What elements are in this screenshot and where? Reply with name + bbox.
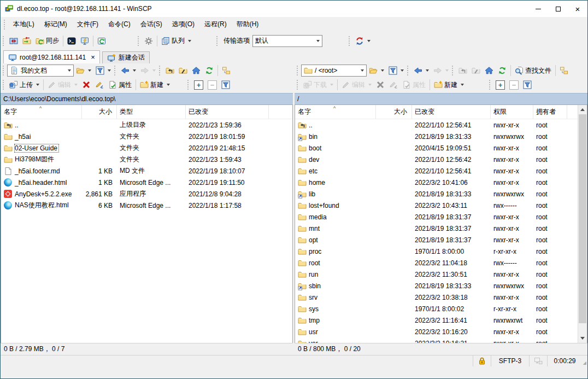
preferences-button[interactable] (142, 34, 155, 48)
local-new-button[interactable]: 新建 (138, 78, 172, 92)
file-row[interactable]: var2022/3/2 10:16:21rwxr-xr-xroot (295, 337, 578, 343)
column-header-3[interactable]: 类型 (117, 105, 186, 119)
transfer-settings-button[interactable] (353, 34, 373, 48)
column-header-3[interactable]: 已改变 (412, 105, 491, 119)
file-row[interactable]: etc2022/1/10 12:56:41rwxr-xr-xroot (295, 165, 578, 177)
file-row[interactable]: opt2021/8/19 18:31:37rwxr-xr-xroot (295, 234, 578, 246)
upload-button[interactable]: 上传 (7, 78, 42, 92)
local-edit-button[interactable]: 编辑 (45, 78, 80, 92)
file-row[interactable]: _h5ai.footer.md1 KBMD 文件2022/1/19 18:10:… (1, 165, 292, 177)
file-row[interactable]: home2022/3/2 10:41:06rwxr-xr-xroot (295, 177, 578, 188)
file-row[interactable]: bin2021/8/19 18:31:33rwxrwxrwxroot (295, 131, 578, 142)
local-location-combobox[interactable]: 我的文档 (7, 65, 74, 77)
open-console-button[interactable] (78, 34, 91, 48)
remote-open-directory-button[interactable] (367, 63, 386, 78)
local-unselect-button[interactable]: − (205, 78, 219, 92)
remote-properties-button[interactable]: 属性 (400, 78, 428, 92)
file-row[interactable]: sbin2021/8/19 18:31:33rwxrwxrwxroot (295, 280, 578, 291)
refresh-session-button[interactable] (95, 34, 108, 48)
local-root-directory-button[interactable] (177, 63, 190, 78)
remote-edit-button[interactable]: 编辑 (339, 78, 374, 92)
remote-forward-button[interactable] (431, 63, 451, 78)
remote-new-button[interactable]: 新建 (432, 78, 466, 92)
local-path-bar[interactable]: C:\Users\ecoo\Documents\dl.ecoo.top\ (1, 93, 293, 104)
remote-unselect-button[interactable]: − (507, 78, 521, 92)
file-row[interactable]: ..上级目录2022/1/23 1:59:36 (1, 119, 292, 131)
menu-item-5[interactable]: 会话(S) (136, 18, 167, 30)
remote-filter-button[interactable] (386, 63, 406, 78)
file-row[interactable]: srv2022/3/2 10:38:18rwxr-xr-xroot (295, 291, 578, 303)
compare-directories-button[interactable] (7, 34, 20, 48)
remote-sync-browsing-button[interactable] (557, 63, 571, 78)
local-selection-filter-button[interactable] (219, 78, 232, 92)
synchronize-button[interactable]: 同步 (33, 34, 61, 48)
local-sync-browsing-button[interactable] (220, 63, 233, 78)
resize-grip[interactable]: ◢ (582, 355, 587, 366)
remote-rename-button[interactable] (387, 78, 400, 92)
remote-selection-filter-button[interactable] (521, 78, 534, 92)
file-row[interactable]: NAS使用教程.html6 KBMicrosoft Edge ...2022/1… (1, 200, 292, 211)
remote-home-button[interactable] (483, 63, 496, 78)
column-header-1[interactable]: 名字^ (1, 105, 82, 119)
file-row[interactable]: run2022/3/2 11:30:51rwxr-xr-xroot (295, 269, 578, 280)
minimize-button[interactable] (528, 1, 548, 17)
maximize-button[interactable] (548, 1, 568, 17)
column-header-2[interactable]: 大小 (376, 105, 412, 119)
file-row[interactable]: media2021/8/19 18:31:37rwxr-xr-xroot (295, 211, 578, 223)
file-row[interactable]: dev2022/1/10 12:56:42rwxr-xr-xroot (295, 154, 578, 165)
local-filter-button[interactable] (93, 63, 113, 78)
local-refresh-button[interactable] (203, 63, 216, 78)
new-session-tab[interactable]: 新建会话 (102, 51, 150, 63)
session-tab-active[interactable]: root@192.168.111.141 × (3, 50, 100, 63)
local-select-button[interactable]: + (192, 78, 205, 92)
remote-back-button[interactable] (411, 63, 431, 78)
menu-item-2[interactable]: 标记(M) (39, 18, 72, 30)
menu-item-8[interactable]: 帮助(H) (232, 18, 264, 30)
remote-parent-directory-button[interactable] (456, 63, 469, 78)
menu-item-6[interactable]: 选项(O) (167, 18, 199, 30)
file-row[interactable]: tmp2022/3/2 11:16:41rwxrwxrwtroot (295, 314, 578, 326)
menu-item-7[interactable]: 远程(R) (199, 18, 232, 30)
remote-path-bar[interactable]: / (295, 93, 587, 104)
scroll-down-icon[interactable] (578, 334, 587, 343)
remote-scrollbar[interactable] (578, 105, 587, 343)
file-row[interactable]: _h5ai.header.html1 KBMicrosoft Edge ...2… (1, 177, 292, 188)
file-row[interactable]: sys1970/1/1 8:00:02r-xr-xr-xroot (295, 303, 578, 314)
file-row[interactable]: root2022/3/2 11:04:18rwx------root (295, 257, 578, 269)
menu-item-1[interactable]: 本地(L) (8, 18, 39, 30)
file-row[interactable]: 02-User Guide文件夹2022/1/19 21:48:15 (1, 142, 292, 154)
menu-item-3[interactable]: 文件(F) (72, 18, 103, 30)
file-row[interactable]: lost+found2022/3/2 10:43:11rwx------root (295, 200, 578, 211)
local-home-button[interactable] (190, 63, 203, 78)
local-properties-button[interactable]: 属性 (106, 78, 134, 92)
file-row[interactable]: proc1970/1/1 8:00:00r-xr-xr-xroot (295, 246, 578, 257)
file-row[interactable]: usr2022/3/2 10:16:20rwxr-xr-xroot (295, 326, 578, 337)
file-row[interactable]: lib2021/8/19 18:31:33rwxrwxrwxroot (295, 188, 578, 200)
file-row[interactable]: AnyDesk+5.2.2.exe2,861 KB应用程序2021/12/8 9… (1, 188, 292, 200)
open-terminal-button[interactable] (65, 34, 78, 48)
file-row[interactable]: ..2022/1/10 12:56:41rwxr-xr-xroot (295, 119, 578, 131)
remote-root-directory-button[interactable] (469, 63, 483, 78)
session-tab-close-icon[interactable]: × (91, 53, 95, 61)
file-row[interactable]: Hi3798M固件文件夹2022/1/23 1:59:43 (1, 154, 292, 165)
column-header-2[interactable]: 大小 (82, 105, 117, 119)
remote-location-combobox[interactable]: / <root> (301, 65, 367, 77)
find-files-button[interactable]: 查找文件 (513, 63, 554, 78)
local-delete-button[interactable] (80, 78, 93, 92)
file-row[interactable]: _h5ai文件夹2022/1/19 18:01:59 (1, 131, 292, 142)
queue-button[interactable]: 队列 (159, 34, 193, 48)
file-row[interactable]: boot2020/4/15 19:09:51rwxr-xr-xroot (295, 142, 578, 154)
local-rename-button[interactable] (93, 78, 106, 92)
remote-delete-button[interactable] (374, 78, 387, 92)
file-row[interactable]: mnt2021/8/19 18:31:37rwxr-xr-xroot (295, 223, 578, 234)
local-parent-directory-button[interactable] (163, 63, 177, 78)
local-forward-button[interactable] (138, 63, 158, 78)
scrollbar-thumb[interactable] (579, 114, 586, 323)
close-button[interactable]: × (568, 1, 587, 17)
remote-select-button[interactable]: + (493, 78, 507, 92)
download-button[interactable]: 下载 (301, 78, 336, 92)
column-header-1[interactable]: 名字^ (295, 105, 376, 119)
local-back-button[interactable] (119, 63, 138, 78)
column-header-5[interactable]: 拥有者 (533, 105, 567, 119)
menu-item-4[interactable]: 命令(C) (103, 18, 136, 30)
